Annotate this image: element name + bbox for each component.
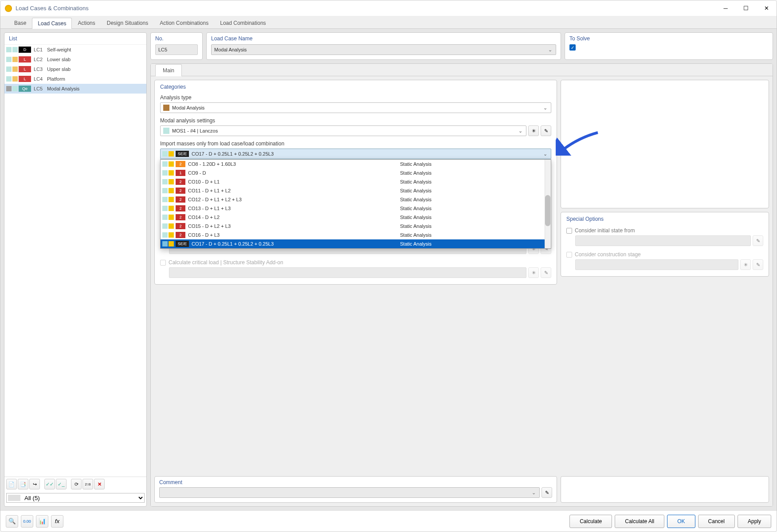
delete-button[interactable]: ✕: [94, 479, 105, 489]
modal-settings-label: Modal analysis settings: [160, 117, 551, 124]
categories-title: Categories: [160, 84, 551, 90]
construction-stage-new: ✳: [740, 259, 751, 270]
critical-load-new: ✳: [528, 267, 539, 278]
placeholder-box: [561, 80, 769, 208]
categories-fieldset: Categories Analysis type Modal Analysis …: [154, 80, 557, 285]
calculate-button[interactable]: Calculate: [569, 515, 612, 528]
dropdown-item[interactable]: 2CO14 - D + L2Static Analysis: [161, 213, 551, 222]
options-column: Special Options Consider initial state f…: [561, 80, 769, 503]
maximize-button[interactable]: ☐: [736, 0, 756, 16]
uncheck-all-button[interactable]: ✓_: [56, 479, 67, 489]
tab-base[interactable]: Base: [8, 17, 32, 28]
modal-settings-swatch: [163, 128, 169, 134]
bottom-bar: 🔍 0.00 📊 fx Calculate Calculate All OK C…: [0, 510, 777, 532]
cancel-button[interactable]: Cancel: [698, 515, 735, 528]
no-box: No. LC5: [150, 32, 203, 60]
list-item[interactable]: LLC3Upper slab: [4, 64, 146, 74]
analysis-type-select[interactable]: Modal Analysis: [160, 102, 551, 113]
construction-stage-label: Consider construction stage: [575, 251, 641, 258]
tab-load-combinations[interactable]: Load Combinations: [214, 17, 271, 28]
list-item[interactable]: LLC2Lower slab: [4, 55, 146, 64]
ok-button[interactable]: OK: [667, 515, 695, 528]
solve-label: To Solve: [569, 35, 768, 42]
analysis-type-label: Analysis type: [160, 94, 551, 101]
no-field[interactable]: LC5: [155, 44, 198, 55]
name-label: Load Case Name: [211, 35, 556, 42]
construction-stage-edit: ✎: [753, 259, 763, 270]
new-button[interactable]: 📄: [6, 479, 17, 489]
name-combo[interactable]: Modal Analysis: [211, 44, 556, 55]
close-button[interactable]: ✕: [756, 0, 777, 16]
list-item[interactable]: QeLC5Modal Analysis: [4, 84, 146, 94]
comment-box: Comment ✎: [154, 476, 557, 503]
comment-field[interactable]: [159, 487, 540, 498]
tab-actions[interactable]: Actions: [72, 17, 101, 28]
dialog-body: List DLC1Self-weightLLC2Lower slabLLC3Up…: [0, 29, 777, 510]
refresh-button[interactable]: ⟳: [71, 479, 82, 489]
top-tabs: BaseLoad CasesActionsDesign SituationsAc…: [0, 16, 777, 29]
comment-label: Comment: [159, 479, 552, 485]
initial-state-label: Consider initial state from: [575, 227, 635, 234]
bottom-placeholder-box: [561, 476, 769, 503]
critical-load-edit: ✎: [541, 267, 551, 278]
copy-button[interactable]: 📑: [18, 479, 28, 489]
minimize-button[interactable]: ─: [715, 0, 736, 16]
function-tool[interactable]: fx: [51, 515, 63, 528]
tab-action-combinations[interactable]: Action Combinations: [154, 17, 214, 28]
tab-design-situations[interactable]: Design Situations: [101, 17, 154, 28]
list-item[interactable]: DLC1Self-weight: [4, 45, 146, 55]
dropdown-scrollbar[interactable]: [545, 160, 551, 248]
dropdown-item[interactable]: 2CO16 - D + L3Static Analysis: [161, 231, 551, 239]
construction-stage-field: [575, 259, 738, 270]
dropdown-item[interactable]: 1CO9 - DStatic Analysis: [161, 168, 551, 177]
transfer-button[interactable]: ↪: [29, 479, 40, 489]
renumber-button[interactable]: 2↕8: [82, 479, 93, 489]
window-title: Load Cases & Combinations: [16, 5, 715, 12]
dropdown-item[interactable]: 2CO13 - D + L1 + L3Static Analysis: [161, 204, 551, 213]
tab-main[interactable]: Main: [155, 64, 182, 76]
import-dropdown-list[interactable]: 2CO8 - 1.20D + 1.60L3Static Analysis1CO9…: [160, 159, 551, 249]
comment-edit-button[interactable]: ✎: [542, 487, 552, 498]
calculate-all-button[interactable]: Calculate All: [615, 515, 664, 528]
dialog-window: Load Cases & Combinations ─ ☐ ✕ BaseLoad…: [0, 0, 777, 532]
initial-state-field: [575, 235, 751, 246]
list-body[interactable]: DLC1Self-weightLLC2Lower slabLLC3Upper s…: [4, 45, 146, 477]
critical-load-label: Calculate critical load | Structure Stab…: [169, 259, 283, 266]
modal-settings-select[interactable]: MOS1 - #4 | Lanczos: [160, 125, 526, 136]
dropdown-item[interactable]: SE/ECO17 - D + 0.25L1 + 0.25L2 + 0.25L3S…: [161, 239, 551, 248]
main-content: Categories Analysis type Modal Analysis …: [151, 76, 773, 506]
critical-load-checkbox: [160, 260, 166, 266]
inner-tabs: Main Categories Analysis type Modal Anal…: [150, 63, 773, 507]
edit-settings-button[interactable]: ✎: [541, 125, 551, 136]
name-box: Load Case Name Modal Analysis: [206, 32, 561, 60]
header-row: No. LC5 Load Case Name Modal Analysis To…: [150, 32, 773, 60]
dropdown-item[interactable]: 2CO11 - D + L1 + L2Static Analysis: [161, 186, 551, 195]
titlebar: Load Cases & Combinations ─ ☐ ✕: [0, 0, 777, 16]
list-title: List: [4, 33, 146, 45]
app-icon: [5, 5, 12, 12]
initial-state-checkbox[interactable]: [566, 228, 572, 234]
check-all-button[interactable]: ✓✓: [44, 479, 55, 489]
dropdown-item[interactable]: 2CO10 - D + L1Static Analysis: [161, 177, 551, 186]
solve-box: To Solve ✓: [565, 32, 773, 60]
special-options-title: Special Options: [566, 216, 763, 222]
dropdown-item[interactable]: 2CO12 - D + L1 + L2 + L3Static Analysis: [161, 195, 551, 204]
tab-load-cases[interactable]: Load Cases: [32, 18, 72, 29]
analysis-type-swatch: [163, 105, 169, 111]
graph-tool[interactable]: 📊: [36, 515, 48, 528]
initial-state-row: Consider initial state from: [566, 227, 763, 234]
new-settings-button[interactable]: ✳: [528, 125, 539, 136]
solve-checkbox[interactable]: ✓: [569, 44, 576, 51]
list-filter: All (5): [4, 491, 146, 506]
dropdown-item[interactable]: 2CO15 - D + L2 + L3Static Analysis: [161, 222, 551, 231]
import-masses-label: Import masses only from load case/load c…: [160, 141, 551, 147]
dropdown-item[interactable]: 2CO8 - 1.20D + 1.60L3Static Analysis: [161, 160, 551, 168]
import-dropdown[interactable]: SE/E CO17 - D + 0.25L1 + 0.25L2 + 0.25L3: [160, 149, 551, 159]
special-options-box: Special Options Consider initial state f…: [561, 212, 769, 277]
units-tool[interactable]: 0.00: [21, 515, 33, 528]
search-tool[interactable]: 🔍: [6, 515, 18, 528]
list-toolbar: 📄 📑 ↪ ✓✓ ✓_ ⟳ 2↕8 ✕: [4, 477, 146, 491]
filter-select[interactable]: All (5): [6, 493, 145, 503]
list-item[interactable]: LLC4Platform: [4, 74, 146, 84]
apply-button[interactable]: Apply: [738, 515, 771, 528]
